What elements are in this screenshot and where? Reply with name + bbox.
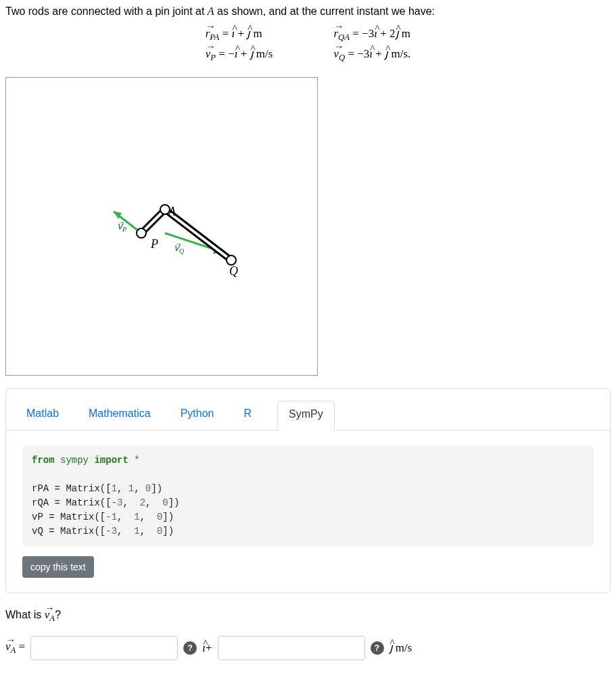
code-l1: rPA = Matrix([1, 1, 0]) — [32, 483, 162, 494]
tab-python[interactable]: Python — [176, 407, 218, 430]
label-vQ: v⃗Q — [174, 243, 185, 255]
equation-col-left: rPA = ı + ȷ m vP = −ı + ȷ m/s — [206, 24, 273, 65]
label-vP: v⃗P — [117, 221, 126, 233]
unit-i: ı+ — [202, 641, 212, 655]
joint-Q — [227, 255, 236, 265]
given-equations: rPA = ı + ȷ m vP = −ı + ȷ m/s rQA = −3ı … — [5, 24, 611, 65]
intro-suffix: as shown, and at the current instant we … — [214, 5, 435, 17]
tab-sympy[interactable]: SymPy — [277, 401, 335, 430]
intro-prefix: Two rods are connected with a pin joint … — [5, 5, 208, 17]
eq-vQ: vQ = −3ı + ȷ m/s. — [333, 45, 410, 65]
code-block: from sympy import * rPA = Matrix([1, 1, … — [22, 445, 594, 547]
problem-statement: Two rods are connected with a pin joint … — [5, 5, 611, 18]
answer-row: vA = ? ı+ ? ȷ m/s — [5, 636, 611, 660]
question-prefix: What is — [5, 609, 45, 620]
kw-mod: sympy — [60, 455, 89, 466]
code-panel: Matlab Mathematica Python R SymPy from s… — [5, 388, 611, 593]
code-l3: vP = Matrix([-1, 1, 0]) — [32, 512, 174, 522]
eq-vP: vP = −ı + ȷ m/s — [206, 45, 273, 65]
code-l2: rQA = Matrix([-3, 2, 0]) — [32, 497, 180, 508]
label-Q: Q — [229, 264, 238, 278]
tab-r[interactable]: R — [239, 407, 256, 430]
kw-import: import — [94, 455, 128, 466]
question-suffix: ? — [55, 609, 61, 620]
equation-col-right: rQA = −3ı + 2ȷ m vQ = −3ı + ȷ m/s. — [333, 24, 410, 65]
label-P: P — [150, 237, 158, 251]
kw-from: from — [32, 455, 55, 466]
copy-button[interactable]: copy this text — [22, 556, 94, 578]
label-A: A — [168, 205, 176, 218]
code-l4: vQ = Matrix([-3, 1, 0]) — [32, 526, 174, 537]
mechanism-figure: P A Q v⃗P v⃗Q — [5, 77, 318, 376]
figure-svg: P A Q v⃗P v⃗Q — [6, 78, 317, 375]
intro-point: A — [208, 5, 214, 17]
help-icon-2[interactable]: ? — [371, 641, 384, 655]
question: What is vA? — [5, 608, 611, 624]
help-icon[interactable]: ? — [183, 641, 197, 655]
answer-j-input[interactable] — [218, 636, 365, 660]
tab-matlab[interactable]: Matlab — [22, 407, 63, 430]
tab-mathematica[interactable]: Mathematica — [85, 407, 155, 430]
unit-j: ȷ m/s — [389, 641, 412, 655]
tabs-bar: Matlab Mathematica Python R SymPy — [6, 389, 610, 430]
kw-star: * — [134, 455, 139, 466]
answer-lhs: vA = — [5, 640, 25, 656]
answer-i-input[interactable] — [30, 636, 178, 660]
joint-P — [137, 228, 146, 238]
